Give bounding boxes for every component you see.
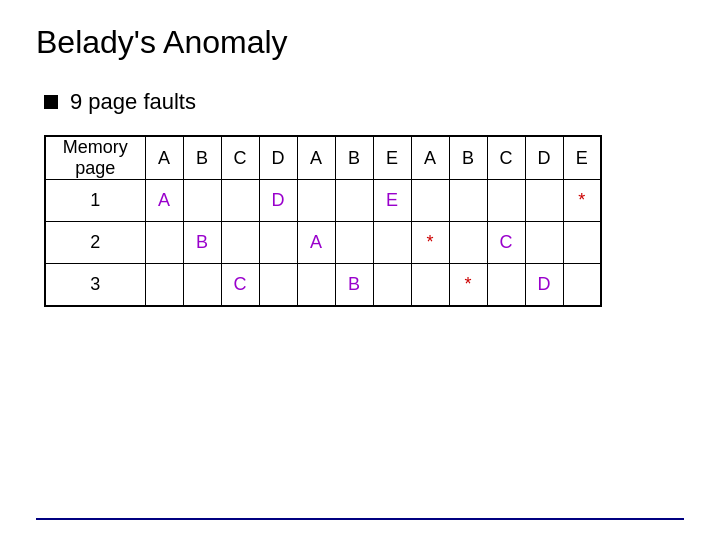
page-title: Belady's Anomaly xyxy=(36,24,684,65)
col-header-10: D xyxy=(525,136,563,180)
bullet-text: 9 page faults xyxy=(70,89,196,115)
table-row-3: 3CB*D xyxy=(45,264,601,306)
bullet-icon xyxy=(44,95,58,109)
cell-r1-c3: D xyxy=(259,180,297,222)
cell-r2-c5 xyxy=(335,222,373,264)
cell-r3-c8: * xyxy=(449,264,487,306)
cell-r1-c8 xyxy=(449,180,487,222)
cell-r1-c7 xyxy=(411,180,449,222)
cell-r3-c11 xyxy=(563,264,601,306)
cell-r3-c4 xyxy=(297,264,335,306)
cell-r2-c9: C xyxy=(487,222,525,264)
cell-r2-c1: B xyxy=(183,222,221,264)
table-header-row: Memory page A B C D A B E A B C D E xyxy=(45,136,601,180)
cell-r3-c5: B xyxy=(335,264,373,306)
cell-r3-c2: C xyxy=(221,264,259,306)
cell-r1-c2 xyxy=(221,180,259,222)
table-wrapper: Memory page A B C D A B E A B C D E 1ADE… xyxy=(44,135,684,307)
cell-r1-c1 xyxy=(183,180,221,222)
cell-r3-c0 xyxy=(145,264,183,306)
cell-r3-c9 xyxy=(487,264,525,306)
page-container: Belady's Anomaly 9 page faults Memory pa… xyxy=(0,0,720,540)
table-row-2: 2BA*C xyxy=(45,222,601,264)
bottom-line xyxy=(36,518,684,520)
cell-r3-c1 xyxy=(183,264,221,306)
cell-r1-c5 xyxy=(335,180,373,222)
col-header-8: B xyxy=(449,136,487,180)
cell-r3-c3 xyxy=(259,264,297,306)
col-header-6: E xyxy=(373,136,411,180)
cell-r2-c11 xyxy=(563,222,601,264)
cell-r2-c7: * xyxy=(411,222,449,264)
cell-r2-c8 xyxy=(449,222,487,264)
cell-r1-c10 xyxy=(525,180,563,222)
cell-r2-c4: A xyxy=(297,222,335,264)
row-label-1: 1 xyxy=(45,180,145,222)
col-header-2: C xyxy=(221,136,259,180)
cell-r2-c10 xyxy=(525,222,563,264)
col-header-11: E xyxy=(563,136,601,180)
cell-r3-c6 xyxy=(373,264,411,306)
row-label-2: 2 xyxy=(45,222,145,264)
cell-r2-c0 xyxy=(145,222,183,264)
col-header-4: A xyxy=(297,136,335,180)
col-header-7: A xyxy=(411,136,449,180)
col-header-1: B xyxy=(183,136,221,180)
cell-r1-c6: E xyxy=(373,180,411,222)
cell-r1-c11: * xyxy=(563,180,601,222)
col-header-0: A xyxy=(145,136,183,180)
table-header-label: Memory page xyxy=(45,136,145,180)
col-header-3: D xyxy=(259,136,297,180)
row-label-3: 3 xyxy=(45,264,145,306)
cell-r2-c2 xyxy=(221,222,259,264)
memory-table: Memory page A B C D A B E A B C D E 1ADE… xyxy=(44,135,602,307)
col-header-9: C xyxy=(487,136,525,180)
cell-r1-c9 xyxy=(487,180,525,222)
table-row-1: 1ADE* xyxy=(45,180,601,222)
cell-r3-c7 xyxy=(411,264,449,306)
cell-r1-c0: A xyxy=(145,180,183,222)
bullet-row: 9 page faults xyxy=(44,89,684,115)
col-header-5: B xyxy=(335,136,373,180)
cell-r1-c4 xyxy=(297,180,335,222)
cell-r2-c3 xyxy=(259,222,297,264)
cell-r3-c10: D xyxy=(525,264,563,306)
cell-r2-c6 xyxy=(373,222,411,264)
